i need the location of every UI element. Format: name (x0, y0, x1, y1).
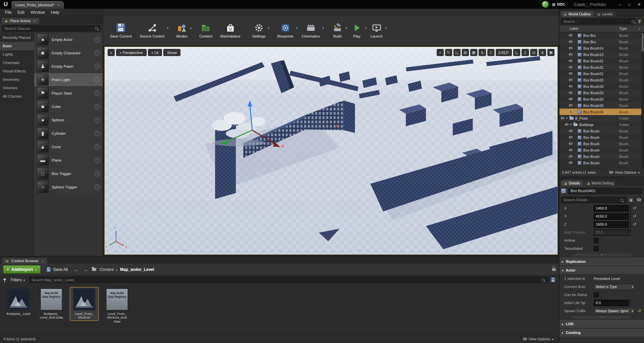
outliner-row[interactable]: Box Brush14 Brush (559, 45, 644, 51)
details-tab[interactable]: World Setting (584, 180, 616, 186)
place-actor-item[interactable]: ▬ Plane (34, 154, 103, 167)
checkbox[interactable] (594, 292, 599, 297)
outliner-row[interactable]: Box Brush Brush (559, 153, 644, 160)
reset-icon[interactable] (633, 206, 636, 211)
maximize-icon[interactable]: □ (625, 2, 634, 7)
help-icon[interactable] (95, 131, 100, 136)
property-value-field[interactable]: 1450.0 (594, 205, 631, 212)
menu-item[interactable]: File (2, 9, 14, 15)
eye-icon[interactable] (569, 130, 573, 132)
section-cooking[interactable]: Cooking (559, 328, 644, 337)
details-tab[interactable]: Details (561, 180, 583, 186)
eye-icon[interactable] (569, 142, 573, 145)
content-search-input[interactable] (29, 277, 548, 283)
category-item[interactable]: All Classes (0, 92, 34, 101)
toolbar-button[interactable]: Play (347, 16, 367, 45)
toolbar-button[interactable]: Source Control (136, 16, 168, 45)
place-actor-item[interactable]: ● Sphere (34, 113, 103, 127)
close-tab-icon[interactable] (57, 3, 60, 7)
outliner-row[interactable]: Box Brush Brush (559, 147, 644, 153)
eye-icon[interactable] (569, 85, 573, 88)
eye-icon[interactable] (569, 72, 573, 75)
eye-icon[interactable] (569, 41, 573, 43)
category-item[interactable]: Geometry (0, 75, 34, 84)
reset-icon[interactable] (638, 308, 641, 313)
help-icon[interactable] (95, 104, 100, 109)
asset-item[interactable]: Level_Proto_ blockout (70, 287, 99, 321)
grid-snap-icon[interactable]: ▦ (470, 49, 477, 56)
place-actor-item[interactable]: ☻ Empty Character (34, 46, 103, 60)
outliner-row[interactable]: Box Brush33 Brush (559, 77, 644, 83)
scale-snap-icon[interactable]: ◺ (513, 49, 520, 56)
filters-button[interactable]: Filters (9, 277, 27, 283)
toolbar-button[interactable]: Launch (367, 16, 387, 45)
place-actor-item[interactable]: ⚑ Player Start (34, 87, 103, 100)
outliner-row[interactable]: Box Bru Brush (559, 39, 644, 45)
place-actor-item[interactable]: ○ Sphere Trigger (34, 180, 103, 194)
toolbar-button[interactable]: Modes (172, 16, 192, 45)
chevron-down-icon[interactable] (268, 26, 270, 30)
outliner-row[interactable]: Box Brush31 Brush (559, 70, 644, 77)
scrollbar[interactable] (641, 32, 644, 168)
property-value-field[interactable]: 1500.0 (594, 221, 631, 228)
eye-icon[interactable] (569, 111, 573, 113)
camera-speed-icon[interactable]: ◎ (530, 49, 537, 56)
property-value-field[interactable]: 4150.0 (594, 213, 631, 220)
toolbar-button[interactable]: Build (328, 16, 347, 45)
place-actor-item[interactable]: ■ Cube (34, 100, 103, 113)
outliner-row[interactable]: Box Brush34 Brush (559, 109, 644, 115)
outliner-row[interactable]: Box Brush33 Brush (559, 83, 644, 90)
checkbox[interactable] (594, 238, 599, 243)
world-space-icon[interactable]: ◍ (462, 49, 469, 56)
expand-properties-button[interactable] (559, 252, 644, 257)
place-actors-tab[interactable]: Place Actors (2, 18, 39, 24)
lit-mode-button[interactable]: Lit (148, 49, 162, 56)
view-options-button[interactable]: View Options (521, 337, 555, 341)
section-replication[interactable]: Replication (559, 257, 644, 266)
place-actor-item[interactable]: ● Empty Actor (34, 33, 103, 46)
viewport-options-button[interactable] (108, 49, 115, 56)
help-icon[interactable] (95, 91, 100, 96)
outliner-row[interactable]: Box Brush33 Brush (559, 102, 644, 109)
grid-snap-value[interactable]: 5 (479, 49, 486, 56)
initial-life-span-field[interactable]: 0.0 (594, 300, 631, 306)
place-actor-item[interactable]: ☀ Point Light (34, 73, 103, 87)
expand-properties-button[interactable] (559, 315, 644, 320)
eye-icon[interactable] (569, 34, 573, 37)
help-icon[interactable] (95, 50, 100, 56)
add-import-button[interactable]: Add/Import (3, 265, 41, 274)
help-icon[interactable] (95, 171, 100, 176)
outliner-tab[interactable]: Levels (594, 11, 616, 17)
toolbar-button[interactable]: Content (195, 16, 216, 45)
checkbox[interactable] (594, 246, 599, 251)
eye-icon[interactable] (561, 117, 565, 119)
spawn-collision-dropdown[interactable]: Always Spawn, Ignor (594, 308, 635, 314)
eye-icon[interactable] (569, 155, 573, 158)
toolbar-button[interactable]: Blueprints (273, 16, 298, 45)
eye-icon[interactable] (569, 79, 573, 81)
eye-icon[interactable] (569, 162, 573, 164)
lock-icon[interactable] (552, 268, 556, 271)
help-icon[interactable] (95, 117, 100, 123)
help-icon[interactable] (95, 144, 100, 150)
show-button[interactable]: Show (163, 49, 180, 56)
view-options-button[interactable]: View Options (607, 170, 642, 175)
save-search-icon[interactable] (550, 277, 556, 283)
display-filter-button[interactable] (636, 196, 642, 203)
level-tab[interactable]: Level_Proto_blockout* (11, 1, 64, 9)
actor-name-field[interactable] (568, 188, 642, 194)
scrollbar-thumb[interactable] (642, 33, 644, 52)
ddc-status-icon[interactable]: ⚡ (542, 1, 549, 8)
outliner-search-input[interactable] (561, 18, 636, 24)
outliner-row[interactable]: Buildings Folder (559, 121, 644, 128)
section-actor[interactable]: Actor (559, 266, 644, 275)
reset-icon[interactable] (633, 222, 636, 227)
help-icon[interactable] (95, 184, 100, 190)
content-browser-tab[interactable]: Content Browser (2, 258, 47, 264)
rotate-icon[interactable]: ↻ (445, 49, 452, 56)
sort-icon[interactable] (639, 26, 640, 31)
eye-icon[interactable] (569, 60, 573, 62)
eye-icon[interactable] (569, 98, 573, 100)
back-button[interactable]: ← (73, 267, 79, 272)
expand-caret-icon[interactable] (570, 123, 574, 126)
